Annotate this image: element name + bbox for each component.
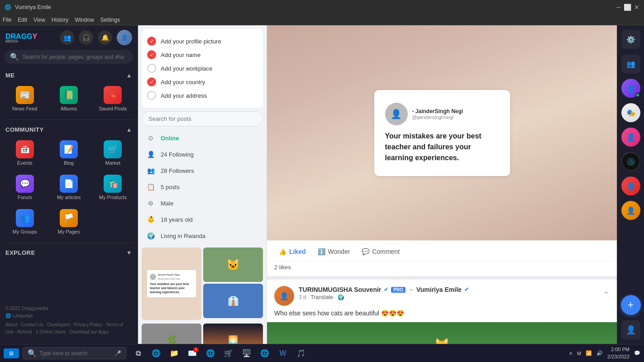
sidebar-item-pages[interactable]: 🏳️ My Pages xyxy=(48,205,90,238)
photo-thumb-cat[interactable]: 🐱 xyxy=(203,248,263,282)
photo-thumb-person[interactable]: 👔 xyxy=(203,284,263,318)
stat-posts: 📋 5 posts xyxy=(142,179,263,195)
checklist-item-workplace[interactable]: Add your workplace xyxy=(147,62,258,75)
explore-section-header: EXPLORE ▼ xyxy=(0,246,138,258)
community-chevron[interactable]: ▲ xyxy=(126,126,132,133)
close-button[interactable]: ✕ xyxy=(634,4,639,11)
menu-edit[interactable]: Edit xyxy=(18,17,27,23)
menu-settings[interactable]: Settings xyxy=(100,17,120,23)
taskbar-search[interactable]: 🔍 🎤 xyxy=(23,347,126,359)
stat-online-text: Online xyxy=(161,135,179,142)
taskbar-app-word[interactable]: W xyxy=(275,345,291,362)
minimize-button[interactable]: ─ xyxy=(616,4,621,11)
newsfeed-label: News Feed xyxy=(12,106,38,111)
title-bar-controls[interactable]: ─ ⬜ ✕ xyxy=(616,4,639,11)
sidebar-item-events[interactable]: 📅 Events xyxy=(4,137,46,169)
online-icon: ⊙ xyxy=(145,133,156,143)
photo-thumb-tree[interactable]: 🌿 xyxy=(142,324,201,344)
post2-translate[interactable]: Translate xyxy=(310,294,333,300)
taskbar-app-mail[interactable]: ✉️5 xyxy=(184,345,200,362)
divider-2 xyxy=(5,243,133,243)
maximize-button[interactable]: ⬜ xyxy=(624,4,631,11)
taskbar-date-display: 2/23/2022 xyxy=(607,353,630,360)
stat-following[interactable]: 👤 24 Following xyxy=(142,146,263,162)
newsfeed-icon: 📰 xyxy=(16,86,34,104)
liked-label: Liked xyxy=(289,248,306,255)
events-icon: 📅 xyxy=(16,140,34,158)
post-search-bar[interactable] xyxy=(142,111,263,126)
wonder-button[interactable]: ℹ️ Wonder xyxy=(313,245,355,258)
comment-button[interactable]: 💬 Comment xyxy=(357,245,404,258)
sidebar-item-articles[interactable]: 📄 My articles xyxy=(48,171,90,204)
taskbar-notification-btn[interactable]: 💬 xyxy=(634,350,640,356)
right-avatar-6[interactable]: 👤 xyxy=(621,201,640,220)
photo-thumb-sunset[interactable]: 🌅 xyxy=(203,324,263,344)
sidebar-item-albums[interactable]: 📗 Albums xyxy=(48,82,90,115)
taskbar-app-taskview[interactable]: ⧉ xyxy=(130,345,146,362)
liked-button[interactable]: 👍 Liked xyxy=(274,245,310,258)
global-search-input[interactable] xyxy=(23,54,128,60)
stat-followers[interactable]: 👥 28 Followers xyxy=(142,162,263,179)
post2-author: TURINUMUGISHA Souvenir xyxy=(299,286,381,293)
right-user-icon[interactable]: 👤 xyxy=(621,320,640,339)
recipient-verify: ✔ xyxy=(464,286,469,293)
menu-view[interactable]: View xyxy=(33,17,45,23)
menu-history[interactable]: History xyxy=(52,17,68,23)
taskbar-app-chrome[interactable]: 🌐 xyxy=(202,345,219,362)
taskbar-search-input[interactable] xyxy=(39,350,112,357)
taskbar-wifi-icon[interactable]: 📶 xyxy=(586,350,592,356)
taskbar-app-browser2[interactable]: 🌐 xyxy=(257,345,273,362)
fab-add-button[interactable]: + xyxy=(621,295,641,315)
right-avatar-2[interactable]: 🎭 xyxy=(621,103,640,122)
photo-thumb-post[interactable]: JainderSingh Negi@jaindersinghnegi Your … xyxy=(142,248,201,320)
sidebar-item-market[interactable]: 🛒 Market xyxy=(92,137,134,169)
post2-image: 🐱 xyxy=(267,322,617,344)
sidebar-item-products[interactable]: 🛍️ My Products xyxy=(92,171,134,204)
taskbar-chevron-icon[interactable]: ∧ xyxy=(569,350,572,356)
menu-window[interactable]: Window xyxy=(75,17,94,23)
menu-file[interactable]: File xyxy=(3,17,11,23)
check-picture-label: Add your profile picture xyxy=(161,38,221,45)
sidebar-item-forum[interactable]: 💬 Forum xyxy=(4,171,46,204)
taskbar-app-music[interactable]: 🎵 xyxy=(293,345,309,362)
post2-menu-icon[interactable]: ⌄ xyxy=(603,286,610,296)
stat-following-text: 24 Following xyxy=(161,151,194,158)
sidebar-item-blog[interactable]: 📝 Blog xyxy=(48,137,90,169)
stat-followers-text: 28 Followers xyxy=(161,167,194,174)
followers-icon: 👥 xyxy=(145,165,156,176)
people-icon-btn[interactable]: 👥 xyxy=(60,30,74,45)
taskbar-sound-icon[interactable]: 🔊 xyxy=(596,350,603,356)
me-chevron[interactable]: ▲ xyxy=(126,72,132,79)
sidebar-item-savedposts[interactable]: 🔖 Saved Posts xyxy=(92,82,134,115)
right-avatar-3[interactable]: 👤 xyxy=(621,128,640,147)
right-avatar-1[interactable]: 👤 xyxy=(621,79,640,98)
post-card-2: 👤 TURINUMUGISHA Souvenir ✔ PRO → Vumiriy… xyxy=(267,276,617,344)
mic-icon: 🎤 xyxy=(114,350,121,357)
right-avatar-5[interactable]: 👤 xyxy=(621,176,640,195)
taskbar-app-store[interactable]: 🛒 xyxy=(220,345,237,362)
me-nav-grid: 📰 News Feed 📗 Albums 🔖 Saved Posts xyxy=(0,81,138,117)
settings-icon-btn[interactable]: ⚙️ xyxy=(621,30,640,49)
liked-icon: 👍 xyxy=(279,248,286,255)
taskbar-left: ⊞ 🔍 🎤 ⧉ 🌐 📁 ✉️5 🌐 🛒 🖥️ 🌐 W 🎵 xyxy=(4,345,309,362)
start-button[interactable]: ⊞ xyxy=(4,348,19,358)
post-search-input[interactable] xyxy=(142,111,263,126)
sidebar-item-groups[interactable]: 👥 My Groups xyxy=(4,205,46,238)
global-search-bar[interactable]: 🔍 xyxy=(5,50,133,64)
user-avatar-header[interactable]: 👤 xyxy=(117,30,132,45)
taskbar-app-edge[interactable]: 🌐 xyxy=(148,345,164,362)
taskbar-app-explorer[interactable]: 📁 xyxy=(166,345,182,362)
right-avatar-4[interactable]: 🌑 xyxy=(621,152,640,171)
checklist-item-address[interactable]: Add your address xyxy=(147,89,258,102)
notification-icon-btn[interactable]: 🔔 xyxy=(98,30,112,45)
profile-checklist: ✓ Add your profile picture ✓ Add your na… xyxy=(142,29,263,108)
add-friends-icon-btn[interactable]: 👥 xyxy=(621,54,640,73)
explore-chevron[interactable]: ▼ xyxy=(126,249,132,256)
stat-age: 👶 18 years old xyxy=(142,211,263,228)
sidebar-item-newsfeed[interactable]: 📰 News Feed xyxy=(4,82,46,115)
headphone-icon-btn[interactable]: 🎧 xyxy=(79,30,93,45)
post2-header: 👤 TURINUMUGISHA Souvenir ✔ PRO → Vumiriy… xyxy=(267,280,617,310)
taskbar-mail-icon[interactable]: M xyxy=(577,351,581,356)
check-name-icon: ✓ xyxy=(147,50,156,59)
taskbar-app-xbox[interactable]: 🖥️ xyxy=(239,345,255,362)
